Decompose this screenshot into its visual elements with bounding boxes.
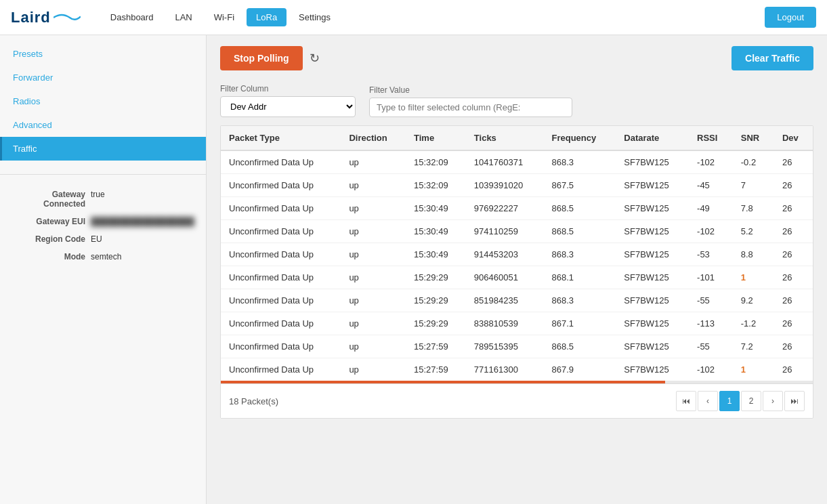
sidebar-item-forwarder[interactable]: Forwarder	[0, 66, 206, 89]
nav-link-settings[interactable]: Settings	[289, 8, 340, 26]
table-body: Unconfirmed Data Upup15:32:0910417603718…	[221, 150, 813, 381]
region-code-row: Region Code EU	[11, 230, 195, 248]
clear-traffic-button[interactable]: Clear Traffic	[731, 46, 813, 70]
cell-row6-col7: 9.2	[733, 289, 774, 312]
table-row[interactable]: Unconfirmed Data Upup15:29:2985198423586…	[221, 289, 813, 312]
cell-row9-col4: 867.9	[543, 358, 616, 381]
cell-row3-col6: -102	[689, 220, 733, 243]
page-next-button[interactable]: ›	[763, 391, 783, 411]
page-prev-button[interactable]: ‹	[698, 391, 718, 411]
cell-row9-col5: SF7BW125	[616, 358, 689, 381]
cell-row4-col8: 26	[774, 243, 813, 266]
col-header-direction: Direction	[341, 126, 406, 150]
cell-row5-col7: 1	[733, 266, 774, 289]
header-row: Packet TypeDirectionTimeTicksFrequencyDa…	[221, 126, 813, 150]
cell-row3-col1: up	[341, 220, 406, 243]
cell-row1-col0: Unconfirmed Data Up	[221, 174, 341, 197]
scroll-bar-indicator[interactable]	[221, 381, 813, 383]
cell-row7-col1: up	[341, 312, 406, 335]
mode-value: semtech	[85, 252, 195, 261]
filter-column-select[interactable]: Dev AddrPacket TypeDirectionTimeTicksFre…	[220, 96, 356, 117]
brand-name: Laird	[11, 9, 51, 26]
page-last-button[interactable]: ⏭	[784, 391, 805, 411]
cell-row5-col1: up	[341, 266, 406, 289]
cell-row5-col4: 868.1	[543, 266, 616, 289]
nav-link-wifi[interactable]: Wi-Fi	[205, 8, 244, 26]
cell-row6-col4: 868.3	[543, 289, 616, 312]
sidebar-item-traffic[interactable]: Traffic	[0, 137, 206, 161]
table-row[interactable]: Unconfirmed Data Upup15:29:2983881053986…	[221, 312, 813, 335]
cell-row3-col0: Unconfirmed Data Up	[221, 220, 341, 243]
page-2-button[interactable]: 2	[741, 391, 761, 411]
sidebar-item-radios[interactable]: Radios	[0, 89, 206, 113]
logout-button[interactable]: Logout	[765, 7, 816, 28]
cell-row2-col6: -49	[689, 197, 733, 220]
cell-row3-col4: 868.5	[543, 220, 616, 243]
cell-row5-col6: -101	[689, 266, 733, 289]
cell-row6-col3: 851984235	[466, 289, 544, 312]
region-code-label: Region Code	[11, 234, 85, 244]
table-row[interactable]: Unconfirmed Data Upup15:30:4997692222786…	[221, 197, 813, 220]
page-1-button[interactable]: 1	[719, 391, 740, 411]
table-scroll-wrapper: Packet TypeDirectionTimeTicksFrequencyDa…	[221, 126, 813, 383]
toolbar-left: Stop Polling ↻	[220, 46, 320, 70]
cell-row5-col2: 15:29:29	[406, 266, 466, 289]
cell-row7-col3: 838810539	[466, 312, 544, 335]
cell-row1-col7: 7	[733, 174, 774, 197]
cell-row1-col6: -45	[689, 174, 733, 197]
main-content: Stop Polling ↻ Clear Traffic Filter Colu…	[207, 35, 827, 504]
gateway-connected-label: Gateway Connected	[11, 190, 85, 209]
cell-row4-col2: 15:30:49	[406, 243, 466, 266]
sidebar-item-advanced[interactable]: Advanced	[0, 113, 206, 137]
cell-row9-col0: Unconfirmed Data Up	[221, 358, 341, 381]
cell-row9-col7: 1	[733, 358, 774, 381]
gateway-connected-row: Gateway Connected true	[11, 186, 195, 213]
page-first-button[interactable]: ⏮	[676, 391, 696, 411]
filter-column-group: Filter Column Dev AddrPacket TypeDirecti…	[220, 84, 356, 117]
cell-row2-col2: 15:30:49	[406, 197, 466, 220]
cell-row1-col1: up	[341, 174, 406, 197]
cell-row4-col5: SF7BW125	[616, 243, 689, 266]
filter-value-label: Filter Value	[369, 85, 572, 95]
cell-row0-col4: 868.3	[543, 150, 616, 174]
table-row[interactable]: Unconfirmed Data Upup15:30:4991445320386…	[221, 243, 813, 266]
cell-row8-col7: 7.2	[733, 335, 774, 358]
col-header-datarate: Datarate	[616, 126, 689, 150]
table-row[interactable]: Unconfirmed Data Upup15:27:5977116130086…	[221, 358, 813, 381]
cell-row9-col8: 26	[774, 358, 813, 381]
cell-row3-col5: SF7BW125	[616, 220, 689, 243]
table-row[interactable]: Unconfirmed Data Upup15:32:0910393910208…	[221, 174, 813, 197]
region-code-value: EU	[85, 234, 195, 244]
table-row[interactable]: Unconfirmed Data Upup15:32:0910417603718…	[221, 150, 813, 174]
filter-value-input[interactable]	[369, 98, 572, 117]
cell-row1-col8: 26	[774, 174, 813, 197]
col-header-snr: SNR	[733, 126, 774, 150]
table-row[interactable]: Unconfirmed Data Upup15:29:2990646005186…	[221, 266, 813, 289]
nav-link-lan[interactable]: LAN	[165, 8, 201, 26]
logo: Laird	[11, 9, 81, 26]
table-row[interactable]: Unconfirmed Data Upup15:27:5978951539586…	[221, 335, 813, 358]
cell-row2-col8: 26	[774, 197, 813, 220]
gateway-eui-value: ██████████████████	[85, 217, 195, 226]
cell-row2-col4: 868.5	[543, 197, 616, 220]
cell-row4-col7: 8.8	[733, 243, 774, 266]
logo-swoosh	[54, 11, 81, 24]
filter-column-label: Filter Column	[220, 84, 356, 93]
cell-row3-col3: 974110259	[466, 220, 544, 243]
nav-link-dashboard[interactable]: Dashboard	[101, 8, 163, 26]
sidebar-item-presets[interactable]: Presets	[0, 42, 206, 66]
cell-row1-col5: SF7BW125	[616, 174, 689, 197]
cell-row6-col1: up	[341, 289, 406, 312]
cell-row7-col8: 26	[774, 312, 813, 335]
nav-link-lora[interactable]: LoRa	[247, 8, 287, 26]
cell-row6-col0: Unconfirmed Data Up	[221, 289, 341, 312]
cell-row2-col1: up	[341, 197, 406, 220]
cell-row1-col3: 1039391020	[466, 174, 544, 197]
refresh-icon[interactable]: ↻	[310, 51, 320, 66]
cell-row1-col2: 15:32:09	[406, 174, 466, 197]
table-row[interactable]: Unconfirmed Data Upup15:30:4997411025986…	[221, 220, 813, 243]
cell-row6-col5: SF7BW125	[616, 289, 689, 312]
stop-polling-button[interactable]: Stop Polling	[220, 46, 303, 70]
cell-row4-col3: 914453203	[466, 243, 544, 266]
top-nav: Laird DashboardLANWi-FiLoRaSettings Logo…	[0, 0, 827, 35]
